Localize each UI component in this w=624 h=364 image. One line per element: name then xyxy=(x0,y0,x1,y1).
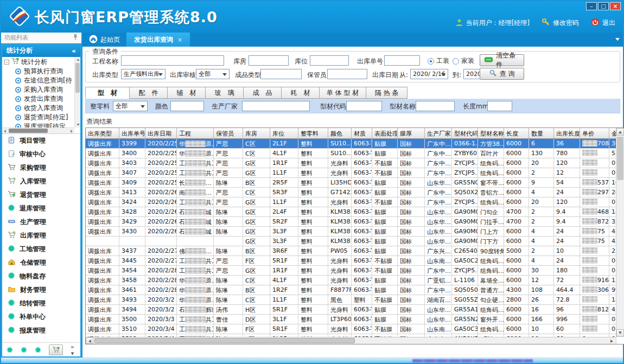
tab-home[interactable]: 起始页 xyxy=(82,33,126,47)
length-input[interactable] xyxy=(487,101,512,111)
material-tab-隔热条[interactable]: 隔 热 条 xyxy=(366,87,407,99)
sidebar-item-补单中心[interactable]: 补单中心 xyxy=(2,310,80,324)
table-row[interactable]: 调拨出库34302020/2/26石城陈琳G区3L3F整料KLM38176063… xyxy=(86,227,616,237)
column-header-型材名称[interactable]: 型材名称 xyxy=(478,128,504,138)
column-header-数量[interactable]: 数量 xyxy=(529,128,554,138)
column-header-单价[interactable]: 单价 xyxy=(580,128,609,138)
material-tab-型材[interactable]: 型 材 xyxy=(85,87,130,99)
column-header-生产厂家[interactable]: 生产厂家 xyxy=(425,128,452,138)
nav-dot-icon[interactable] xyxy=(7,347,13,353)
material-tab-成品[interactable]: 成 品 xyxy=(244,87,282,99)
pin-icon[interactable] xyxy=(73,34,78,42)
table-row[interactable]: 调拨出库34242020/2/26工共工程严思G区1L1F整料光身料6063-T… xyxy=(86,197,616,207)
material-tab-配件[interactable]: 配 件 xyxy=(130,87,168,99)
table-vertical-scrollbar[interactable] xyxy=(616,128,624,337)
sidebar-item-物料盘存[interactable]: 物料盘存 xyxy=(2,270,80,283)
table-row[interactable]: 调拨出库34132020/2/26南…严思C区5R3F整料G714226063-… xyxy=(86,188,616,197)
column-header-型材代码[interactable]: 型材代码 xyxy=(452,128,478,138)
search-button[interactable]: 查 询 xyxy=(480,68,524,80)
project-name-input[interactable] xyxy=(121,55,224,66)
date-from-picker[interactable]: 2020/ 2/16 xyxy=(410,69,448,79)
maximize-button[interactable]: □ xyxy=(598,2,609,10)
profile-code-input[interactable] xyxy=(346,101,382,111)
logout-button[interactable]: 退出 xyxy=(591,18,615,28)
column-header-出库单号[interactable]: 出库单号 xyxy=(119,128,145,138)
table-row[interactable]: 调拨出库35002020/3/3工共工程曹佳D区3L1F整料LT3P606063… xyxy=(86,315,616,324)
column-header-出库日期[interactable]: 出库日期 xyxy=(145,128,177,138)
sidebar-item-退货管理[interactable]: 退货管理 xyxy=(2,188,80,202)
column-header-工程[interactable]: 工程 xyxy=(177,128,214,138)
sidebar-item-报废管理[interactable]: 报废管理 xyxy=(2,324,80,337)
tree-horizontal-scrollbar[interactable] xyxy=(2,127,74,133)
table-row[interactable]: 调拨出库34542020/2/28工共工程严思G区1R1F整料光身料6063-T… xyxy=(86,266,616,276)
table-row[interactable]: 调拨出库34002020/2/25华原…严思C区4L1F整料SU10…6063-… xyxy=(86,149,616,158)
table-row[interactable]: 调拨出库34372020/2/27佛…陈琳B区3R6F整料PW056063-T5… xyxy=(86,246,616,256)
table-row[interactable]: 调拨出库34932020/3/2华原…陈琳C区1L1F整料黑色塑料不贴膜国标湖南… xyxy=(86,295,616,305)
table-row[interactable]: 调拨出库33992020/2/25华原…严思C区2L1F整料SU10…6063-… xyxy=(86,139,616,149)
nav-cart-button[interactable] xyxy=(49,344,63,355)
factory-input[interactable] xyxy=(242,101,310,111)
table-row[interactable]: 调拨出库34282020/2/26石城陈琳G区2L4F整料KLM38176063… xyxy=(86,207,616,217)
tree-vertical-scrollbar[interactable] xyxy=(74,57,80,127)
sidebar-item-退库管理[interactable]: 退库管理 xyxy=(2,202,80,215)
warehouse-input[interactable] xyxy=(249,55,289,66)
nav-dot-icon[interactable] xyxy=(21,347,27,353)
table-row[interactable]: 调拨出库34072020/2/25工共工程严思G区1L1F整料光身料6063-T… xyxy=(86,168,616,178)
sidebar-item-项目管理[interactable]: 项目管理 xyxy=(2,134,80,148)
tree-item[interactable]: 采购入库查询 xyxy=(2,85,74,94)
sidebar-item-结转管理[interactable]: 结转管理 xyxy=(2,297,80,310)
tab-close-icon[interactable]: × xyxy=(177,36,182,43)
color-input[interactable] xyxy=(170,101,204,111)
tree-item[interactable]: 退货查询[待定] xyxy=(2,113,74,122)
table-row[interactable]: 调拨出库34582020/2/28华原…陈琳C区4L1F整料光身料6063-T5… xyxy=(86,276,616,285)
column-header-整零料[interactable]: 整零料 xyxy=(298,128,328,138)
tab-shipping-outbound-query[interactable]: 发货出库查询 × xyxy=(126,33,190,47)
nav-dot-icon[interactable] xyxy=(35,347,41,353)
out-audit-combobox[interactable]: 全部 xyxy=(196,69,230,79)
material-tab-辅材[interactable]: 辅 材 xyxy=(168,87,206,99)
table-row[interactable]: 调拨出库35102020/3/4工共工程陈琳F区5R1F整料光身料6063-T5… xyxy=(86,324,616,334)
close-button[interactable]: × xyxy=(610,2,621,10)
tree-item[interactable]: 收货入库查询 xyxy=(2,104,74,113)
table-row[interactable]: 调拨出库34292020/2/26石城陈琳G区5R2F整料KLM38176063… xyxy=(86,217,616,227)
sidebar-item-采购管理[interactable]: 采购管理 xyxy=(2,161,80,175)
sidebar-item-仓储管理[interactable]: 仓储管理 xyxy=(2,256,80,270)
radio-gongzhuang[interactable]: 工装 xyxy=(428,56,449,66)
column-header-保管员[interactable]: 保管员 xyxy=(214,128,243,138)
table-horizontal-scrollbar[interactable] xyxy=(86,337,616,344)
minimize-button[interactable]: – xyxy=(586,2,597,10)
material-tab-玻璃[interactable]: 玻 璃 xyxy=(206,87,244,99)
sidebar-item-财务管理[interactable]: 财务管理 xyxy=(2,283,80,297)
column-header-库房[interactable]: 库房 xyxy=(243,128,270,138)
sidebar-item-审核中心[interactable]: 审核中心 xyxy=(2,148,80,161)
change-password-button[interactable]: 修改密码 xyxy=(542,18,579,28)
table-row[interactable]: 调拨出库34032020/2/25工共工程严思G区1R1F整料光身料6063-T… xyxy=(86,158,616,168)
tree-item[interactable]: 发货出库查询 xyxy=(2,94,74,104)
tree-root-statistics[interactable]: - 统计分析 xyxy=(2,57,74,67)
location-input[interactable] xyxy=(310,55,349,66)
column-header-表面处理[interactable]: 表面处理 xyxy=(372,128,398,138)
column-header-膜厚[interactable]: 膜厚 xyxy=(398,128,425,138)
out-type-combobox[interactable]: 生产领料出库 xyxy=(121,69,165,79)
table-row[interactable]: G区3L3F整料KLM38176063-T5贴膜国标山东华…GA90M09.门下… xyxy=(86,237,616,246)
column-header-库位[interactable]: 库位 xyxy=(270,128,298,138)
tab-list-dropdown-icon[interactable] xyxy=(615,38,620,41)
table-row[interactable]: 调拨出库34942020/3/2石辉城汤伟H区5R1F整料光身料6063-T5贴… xyxy=(86,305,616,315)
sidebar-item-工地管理[interactable]: 工地管理 xyxy=(2,242,80,256)
tree-item[interactable]: 退库管理[待定 xyxy=(2,122,74,127)
table-row[interactable]: 调拨出库34092020/2/25长…陈琳B区2R5F整料LI35HD6063-… xyxy=(86,178,616,188)
section-header-statistics[interactable]: 统计分析 « xyxy=(2,44,80,57)
sidebar-item-入库管理[interactable]: 入库管理 xyxy=(2,175,80,188)
more-options-button[interactable]: »▼ xyxy=(71,344,74,356)
tree-expander-icon[interactable]: - xyxy=(4,60,9,65)
product-type-input[interactable] xyxy=(260,69,302,79)
column-header-出库长度[interactable]: 出库长度 xyxy=(554,128,580,138)
order-no-input[interactable] xyxy=(384,55,420,66)
profile-name-input[interactable] xyxy=(416,101,455,111)
sidebar-item-出库管理[interactable]: 出库管理 xyxy=(2,229,80,242)
material-tab-耗材[interactable]: 耗 材 xyxy=(282,87,320,99)
sidebar-item-生产管理[interactable]: 生产管理 xyxy=(2,215,80,229)
radio-jiazhuang[interactable]: 家装 xyxy=(453,56,474,66)
column-header-长度[interactable]: 长度 xyxy=(504,128,529,138)
zhengling-combobox[interactable]: 全部 xyxy=(113,101,148,111)
